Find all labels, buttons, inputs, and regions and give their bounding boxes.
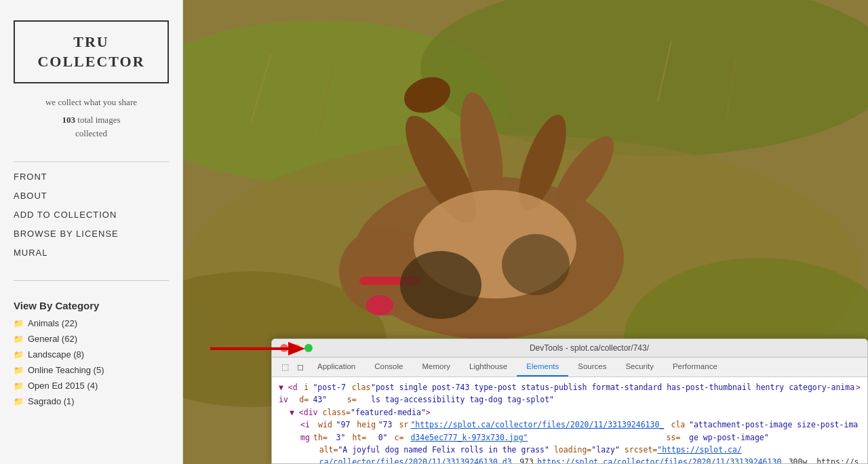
main-content: DevTools - splot.ca/collector/743/ ⬚ ◻ A… <box>183 0 868 464</box>
code-line-2: ▼ <div class="featured-media" > <box>279 406 861 419</box>
nav-item-front[interactable]: FRONT <box>14 170 169 182</box>
nav-item-mural[interactable]: MURAL <box>14 246 169 258</box>
tab-security[interactable]: Security <box>616 357 663 376</box>
folder-icon: 📁 <box>14 334 24 344</box>
devtools-title: DevTools - splot.ca/collector/743/ <box>319 343 859 353</box>
site-logo[interactable]: TRU COLLECTOR <box>14 20 169 83</box>
svg-point-18 <box>502 234 570 295</box>
sidebar: TRU COLLECTOR we collect what you share … <box>0 0 183 464</box>
svg-point-14 <box>366 295 393 315</box>
red-arrow <box>210 339 305 359</box>
stats-label: total images <box>77 115 120 125</box>
category-landscape[interactable]: 📁 Landscape (8) <box>14 349 169 360</box>
devtools-titlebar: DevTools - splot.ca/collector/743/ <box>272 339 867 357</box>
svg-marker-26 <box>288 342 305 355</box>
folder-icon: 📁 <box>14 397 24 406</box>
maximize-button[interactable] <box>304 344 313 352</box>
code-line-4: alt="A joyful dog named Felix rolls in t… <box>279 444 861 456</box>
stats-block: 103 total images collected <box>14 113 169 140</box>
folder-icon: 📁 <box>14 350 24 360</box>
category-open-ed[interactable]: 📁 Open Ed 2015 (4) <box>14 381 169 391</box>
category-list: 📁 Animals (22) 📁 General (62) 📁 Landscap… <box>14 318 169 412</box>
nav-item-about[interactable]: ABOUT <box>14 189 169 201</box>
stats-count: 103 <box>62 115 76 125</box>
logo-text: TRU COLLECTOR <box>22 33 161 71</box>
divider-top <box>14 161 169 162</box>
svg-point-17 <box>400 251 481 319</box>
folder-icon: 📁 <box>14 366 24 375</box>
tab-sources[interactable]: Sources <box>568 357 616 376</box>
devtools-panel: DevTools - splot.ca/collector/743/ ⬚ ◻ A… <box>271 339 868 464</box>
folder-icon: 📁 <box>14 319 24 328</box>
main-nav: FRONT ABOUT ADD TO COLLECTION BROWSE BY … <box>14 170 169 265</box>
devtools-tab-bar: ⬚ ◻ Application Console Memory Lighthous… <box>272 357 867 377</box>
category-general[interactable]: 📁 General (62) <box>14 334 169 344</box>
category-section-title: View By Category <box>14 300 169 311</box>
tab-elements[interactable]: Elements <box>517 357 568 376</box>
nav-item-browse[interactable]: BROWSE BY LICENSE <box>14 227 169 239</box>
cursor-icon[interactable]: ⬚ <box>277 358 293 376</box>
tagline: we collect what you share <box>14 97 169 108</box>
category-sagrado[interactable]: 📁 Sagrado (1) <box>14 396 169 406</box>
code-line-3: <img width="973" height="730" src="https… <box>279 419 861 444</box>
tab-console[interactable]: Console <box>365 357 412 376</box>
folder-icon: 📁 <box>14 381 24 391</box>
category-online-teaching[interactable]: 📁 Online Teaching (5) <box>14 365 169 375</box>
stats-suffix: collected <box>75 128 107 138</box>
tab-lighthouse[interactable]: Lighthouse <box>460 357 517 376</box>
devtools-code-panel[interactable]: ▼ <div id="post-743" class="post single … <box>272 377 867 463</box>
category-animals[interactable]: 📁 Animals (22) <box>14 318 169 328</box>
tab-memory[interactable]: Memory <box>412 357 460 376</box>
code-line-1: ▼ <div id="post-743" class="post single … <box>279 381 861 406</box>
divider-bottom <box>14 280 169 281</box>
mobile-icon[interactable]: ◻ <box>293 358 308 376</box>
nav-item-add[interactable]: ADD TO COLLECTION <box>14 208 169 220</box>
code-line-5: ca/collector/files/2020/11/33139246130_d… <box>279 456 861 463</box>
tab-application[interactable]: Application <box>308 357 365 376</box>
tab-performance[interactable]: Performance <box>663 357 727 376</box>
